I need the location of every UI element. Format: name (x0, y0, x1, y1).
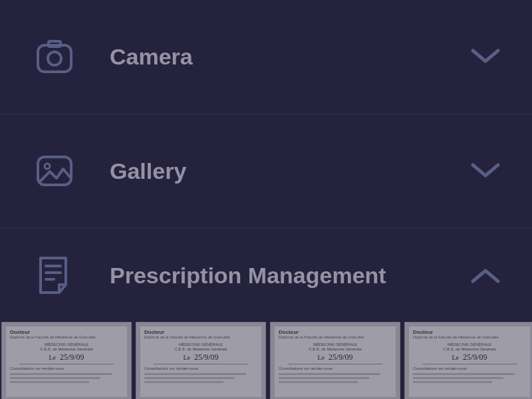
chevron-up-icon (466, 267, 505, 284)
row-gallery[interactable]: Gallery (0, 114, 532, 227)
thumb-header: Docteur (409, 327, 530, 335)
thumb-header: Docteur (275, 327, 396, 335)
svg-point-4 (45, 164, 50, 169)
section-label: Camera (83, 44, 466, 70)
thumb-header: Docteur (6, 327, 127, 335)
gallery-icon (37, 154, 83, 188)
section-gallery: Gallery (0, 114, 532, 229)
row-camera[interactable]: Camera (0, 0, 532, 113)
svg-rect-0 (38, 45, 71, 72)
thumb-header: Docteur (140, 327, 261, 335)
prescription-thumb[interactable]: Docteur Diplômé de la Faculté de Médecin… (1, 322, 132, 399)
prescription-thumb[interactable]: Docteur Diplômé de la Faculté de Médecin… (270, 322, 400, 399)
row-prescription[interactable]: Prescription Management (0, 229, 532, 322)
section-prescription: Prescription Management Docteur Diplômé … (0, 229, 532, 399)
document-icon (37, 257, 83, 294)
prescription-thumb[interactable]: Docteur Diplômé de la Faculté de Médecin… (404, 322, 532, 399)
chevron-down-icon (466, 162, 505, 180)
section-label: Prescription Management (83, 263, 466, 289)
section-label: Gallery (83, 158, 466, 184)
svg-point-2 (48, 52, 61, 65)
camera-icon (37, 40, 83, 73)
chevron-down-icon (466, 48, 505, 65)
prescription-thumb[interactable]: Docteur Diplômé de la Faculté de Médecin… (136, 322, 266, 399)
prescription-thumbnails: Docteur Diplômé de la Faculté de Médecin… (0, 322, 532, 399)
section-camera: Camera (0, 0, 532, 114)
